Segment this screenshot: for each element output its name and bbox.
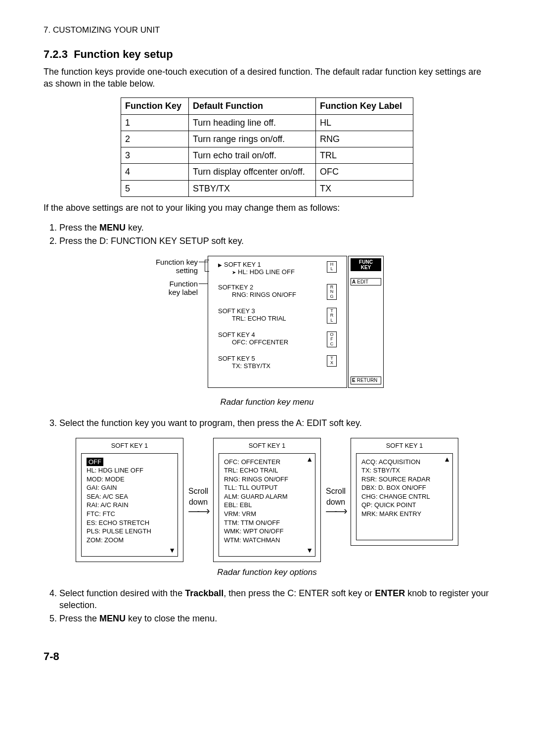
option: RSR: SOURCE RADAR [361, 475, 447, 484]
softkey-1-sub: HL: HDG LINE OFF [218, 269, 295, 276]
scroll-up-icon: ▲ [306, 455, 313, 464]
scroll-down-icon: ▼ [169, 546, 176, 555]
th-default-function: Default Function [189, 98, 316, 114]
option: ALM: GUARD ALARM [224, 492, 310, 501]
figure2-caption: Radar function key options [44, 567, 490, 578]
intro-paragraph: The function keys provide one-touch exec… [44, 66, 490, 90]
option: WMK: WPT ON/OFF [224, 527, 310, 536]
function-key-table: Function Key Default Function Function K… [121, 97, 413, 197]
softkey-2-sub: RNG: RINGS ON/OFF [218, 291, 296, 299]
option: SEA: A/C SEA [87, 492, 173, 501]
option: TRL: ECHO TRAIL [224, 466, 310, 475]
cell: RNG [316, 131, 413, 147]
step-5: Press the MENU key to close the menu. [59, 613, 490, 624]
option: TTM: TTM ON/OFF [224, 519, 310, 527]
badge-rng: R N G [327, 284, 337, 300]
table-row: 3Turn echo trail on/off.TRL [121, 147, 413, 164]
softkey-2-title: SOFTKEY 2 [218, 284, 296, 291]
cell: Turn heading line off. [189, 114, 316, 131]
section-title: Function key setup [74, 48, 173, 60]
side-edit-label: EDIT [357, 279, 368, 285]
options-panel-2: SOFT KEY 1 ▲ OFC: OFFCENTER TRL: ECHO TR… [213, 438, 321, 562]
figure-radar-function-key-menu: Function key setting Function key label … [138, 256, 396, 392]
figure1-caption: Radar function key menu [44, 397, 490, 408]
step-2: Press the D: FUNCTION KEY SETUP soft key… [59, 235, 490, 247]
cell: Turn echo trail on/off. [189, 147, 316, 164]
option: MRK: MARK ENTRY [361, 510, 447, 519]
option: TX: STBY/TX [361, 466, 447, 475]
scroll-down-icon: ▼ [306, 546, 313, 555]
chapter-header: 7. CUSTOMIZING YOUR UNIT [44, 25, 490, 36]
softkey-5-sub: TX: STBY/TX [218, 363, 270, 370]
option-selected: OFF [87, 458, 103, 467]
cell: 1 [121, 114, 189, 131]
panel3-title: SOFT KEY 1 [351, 438, 458, 453]
cell: TX [316, 180, 413, 196]
panel2-title: SOFT KEY 1 [214, 438, 320, 453]
panel1-title: SOFT KEY 1 [76, 438, 183, 453]
softkey-4-sub: OFC: OFFCENTER [218, 339, 288, 346]
option: FTC: FTC [87, 510, 173, 519]
callout-function-key-label: Function key label [134, 280, 198, 297]
option: CHG: CHANGE CNTRL [361, 492, 447, 501]
scroll-down-label-2: Scroll down ——› [321, 486, 351, 514]
option: VRM: VRM [224, 510, 310, 519]
option: OFC: OFFCENTER [224, 458, 310, 467]
steps-list-cont2: Select function desired with the Trackba… [44, 587, 490, 624]
option: EBL: EBL [224, 501, 310, 510]
callout-function-key-setting: Function key setting [134, 258, 198, 275]
option: RAI: A/C RAIN [87, 501, 173, 510]
cell: 4 [121, 164, 189, 180]
options-panel-3: SOFT KEY 1 ▲ ACQ: ACQUISITION TX: STBY/T… [351, 438, 458, 546]
badge-tx: T X [327, 355, 337, 367]
option: QP: QUICK POINT [361, 501, 447, 510]
option: WTM: WATCHMAN [224, 536, 310, 545]
badge-ofc: O F C [327, 331, 337, 347]
cell: 3 [121, 147, 189, 164]
option: GAI: GAIN [87, 483, 173, 492]
cell: Turn range rings on/off. [189, 131, 316, 147]
badge-trl: T R L [327, 308, 337, 324]
option: MOD: MODE [87, 475, 173, 484]
step-4: Select function desired with the Trackba… [59, 587, 490, 612]
option: PLS: PULSE LENGTH [87, 527, 173, 536]
side-return-letter: E [352, 378, 356, 383]
cell: Turn display offcenter on/off. [189, 164, 316, 180]
cell: TRL [316, 147, 413, 164]
steps-list-cont: Select the function key you want to prog… [44, 417, 490, 429]
figure-radar-function-key-options: SOFT KEY 1 OFF HL: HDG LINE OFF MOD: MOD… [44, 438, 490, 562]
softkey-1-title: SOFT KEY 1 [218, 261, 295, 269]
option: ACQ: ACQUISITION [361, 458, 447, 467]
scroll-down-label-1: Scroll down ——› [183, 486, 213, 514]
softkey-3-sub: TRL: ECHO TRIAL [218, 315, 286, 323]
softkey-4-title: SOFT KEY 4 [218, 331, 288, 339]
side-return-button[interactable]: E RETURN [351, 377, 381, 384]
badge-hl: H L [327, 261, 337, 273]
after-table-paragraph: If the above settings are not to your li… [44, 202, 490, 214]
option: ZOM: ZOOM [87, 536, 173, 545]
side-return-label: RETURN [357, 378, 378, 383]
table-row: 1Turn heading line off.HL [121, 114, 413, 131]
option: ES: ECHO STRETCH [87, 519, 173, 527]
side-softkey-bar: FUNC KEY A EDIT E RETURN [348, 256, 384, 388]
th-function-key-label: Function Key Label [316, 98, 413, 114]
section-number: 7.2.3 [44, 48, 68, 60]
section-heading: 7.2.3 Function key setup [44, 47, 490, 62]
th-function-key: Function Key [121, 98, 189, 114]
scroll-up-icon: ▲ [444, 455, 450, 464]
cell: HL [316, 114, 413, 131]
side-func-key: FUNC KEY [351, 258, 381, 271]
cell: OFC [316, 164, 413, 180]
side-edit-button[interactable]: A EDIT [351, 278, 381, 286]
step-1: Press the MENU key. [59, 222, 490, 234]
option: TLL: TLL OUTPUT [224, 483, 310, 492]
softkey-3-title: SOFT KEY 3 [218, 308, 286, 315]
option: RNG: RINGS ON/OFF [224, 475, 310, 484]
table-row: 5STBY/TXTX [121, 180, 413, 196]
options-panel-1: SOFT KEY 1 OFF HL: HDG LINE OFF MOD: MOD… [76, 438, 183, 562]
side-edit-letter: A [352, 279, 356, 285]
table-row: 4Turn display offcenter on/off.OFC [121, 164, 413, 180]
option: DBX: D. BOX ON/OFF [361, 483, 447, 492]
cell: STBY/TX [189, 180, 316, 196]
page-number: 7-8 [44, 649, 490, 664]
